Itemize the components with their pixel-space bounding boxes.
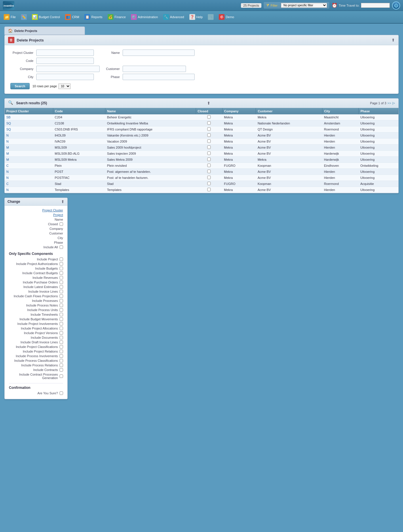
change-header: Change ⬆ — [5, 198, 67, 206]
next-page-button[interactable]: >> — [387, 101, 391, 105]
component-checkbox[interactable] — [60, 368, 63, 372]
cluster-link[interactable]: N — [6, 170, 9, 173]
component-field-label: Include Process Classifications — [14, 359, 58, 362]
component-field-label: Include Contract Budgets — [22, 271, 58, 275]
cluster-link[interactable]: C — [6, 164, 9, 167]
component-field-label: Include Project — [37, 258, 58, 261]
nav-link[interactable]: 🔗 — [206, 13, 216, 21]
component-checkbox[interactable] — [60, 308, 63, 312]
component-checkbox[interactable] — [60, 345, 63, 349]
cluster-link[interactable]: N — [6, 176, 9, 179]
change-field-checkbox[interactable] — [60, 222, 63, 226]
component-checkbox[interactable] — [60, 317, 63, 321]
cluster-link[interactable]: N — [6, 188, 9, 192]
component-checkbox[interactable] — [60, 327, 63, 330]
cluster-link[interactable]: SQ — [6, 122, 11, 125]
closed-checkbox[interactable] — [207, 158, 211, 161]
search-button[interactable]: Search — [10, 83, 30, 89]
nav-finance[interactable]: 💰 Finance — [105, 13, 128, 21]
component-checkbox[interactable] — [60, 359, 63, 362]
component-checkbox[interactable] — [60, 340, 63, 344]
component-checkbox[interactable] — [60, 374, 63, 378]
nav-reports[interactable]: 📋 Reports — [82, 13, 105, 21]
component-checkbox[interactable] — [60, 331, 63, 335]
change-collapse-button[interactable]: ⬆ — [61, 199, 64, 204]
table-row: N POSTFAC Post: af te handelen facturen.… — [5, 175, 398, 181]
nav-file[interactable]: 📁 File — [1, 13, 18, 21]
cell-company: Mekra — [222, 175, 256, 181]
closed-checkbox[interactable] — [207, 133, 211, 137]
change-field-link[interactable]: Project Cluster — [42, 209, 63, 212]
phase-input[interactable] — [123, 74, 195, 80]
nav-help[interactable]: ❓ Help — [187, 13, 205, 21]
component-checkbox[interactable] — [60, 336, 63, 339]
nav-budget-control[interactable]: 📊 Budget Control — [30, 13, 62, 21]
project-cluster-input[interactable] — [36, 50, 94, 56]
results-collapse-button[interactable]: ⬆ — [207, 101, 210, 105]
component-field-row: Include Process Notes — [9, 304, 63, 307]
component-checkbox[interactable] — [60, 262, 63, 266]
component-checkbox[interactable] — [60, 276, 63, 279]
company-input[interactable] — [36, 66, 100, 72]
closed-checkbox[interactable] — [207, 121, 211, 125]
component-checkbox[interactable] — [60, 285, 63, 289]
customer-input[interactable] — [123, 66, 186, 72]
admin-icon: ⚙️ — [131, 14, 137, 20]
last-page-button[interactable]: |> — [392, 101, 395, 105]
component-checkbox[interactable] — [60, 354, 63, 358]
panel-collapse-button[interactable]: ⬆ — [391, 38, 395, 42]
cluster-link[interactable]: C — [6, 182, 9, 185]
closed-checkbox[interactable] — [207, 188, 211, 191]
change-field-link[interactable]: Project — [53, 213, 63, 217]
component-checkbox[interactable] — [60, 294, 63, 298]
component-checkbox[interactable] — [60, 350, 63, 353]
confirmation-checkbox[interactable] — [60, 391, 63, 395]
component-checkbox[interactable] — [60, 267, 63, 270]
closed-checkbox[interactable] — [207, 145, 211, 149]
closed-checkbox[interactable] — [207, 182, 211, 185]
code-input[interactable] — [36, 58, 94, 64]
power-button[interactable]: ⏻ — [392, 1, 400, 10]
change-field-checkbox[interactable] — [60, 245, 63, 249]
closed-checkbox[interactable] — [207, 164, 211, 167]
closed-checkbox[interactable] — [207, 139, 211, 143]
cluster-link[interactable]: M — [6, 152, 9, 155]
cluster-link[interactable]: M — [6, 158, 9, 161]
nav-advanced[interactable]: 🔧 Advanced — [161, 13, 187, 21]
component-checkbox[interactable] — [60, 258, 63, 261]
closed-checkbox[interactable] — [207, 115, 211, 119]
city-input[interactable] — [36, 74, 94, 80]
closed-checkbox[interactable] — [207, 170, 211, 173]
component-field-row: Include Process Classifications — [9, 359, 63, 362]
closed-checkbox[interactable] — [207, 176, 211, 179]
closed-checkbox[interactable] — [207, 127, 211, 131]
top-bar: invantive 25 Projects ⧩ Filter : No proj… — [0, 0, 403, 11]
name-input[interactable] — [123, 50, 195, 56]
city-label: City — [10, 75, 33, 79]
cluster-link[interactable]: M — [6, 146, 9, 149]
rows-per-page-select[interactable]: 10 25 50 — [58, 84, 71, 89]
cluster-link[interactable]: SQ — [6, 128, 11, 131]
nav-demo[interactable]: 🎯 Demo — [216, 13, 236, 21]
component-field-row: Include Latest Estimates — [9, 285, 63, 289]
table-row: SQ C503.DNB IFRS IFRS compliant DNB rapp… — [5, 126, 398, 132]
time-travel-input[interactable] — [361, 3, 390, 8]
nav-edit[interactable]: ✏️ — [19, 13, 29, 21]
cell-cluster: SQ — [5, 120, 53, 126]
component-checkbox[interactable] — [60, 271, 63, 275]
cluster-link[interactable]: SB — [6, 116, 11, 119]
nav-administration[interactable]: ⚙️ Administration — [129, 13, 160, 21]
component-checkbox[interactable] — [60, 299, 63, 302]
cluster-link[interactable]: N — [6, 134, 9, 137]
nav-crm[interactable]: 👥 CRM — [63, 13, 81, 21]
component-checkbox[interactable] — [60, 322, 63, 325]
filter-select[interactable]: No project specific filter — [281, 3, 327, 8]
cluster-link[interactable]: N — [6, 140, 9, 143]
component-checkbox[interactable] — [60, 363, 63, 367]
table-row: N IHOL09 Vakantie (Kerstmis etc.) 2009 M… — [5, 132, 398, 139]
component-checkbox[interactable] — [60, 290, 63, 293]
component-checkbox[interactable] — [60, 304, 63, 307]
component-checkbox[interactable] — [60, 281, 63, 284]
closed-checkbox[interactable] — [207, 152, 211, 155]
component-checkbox[interactable] — [60, 313, 63, 316]
